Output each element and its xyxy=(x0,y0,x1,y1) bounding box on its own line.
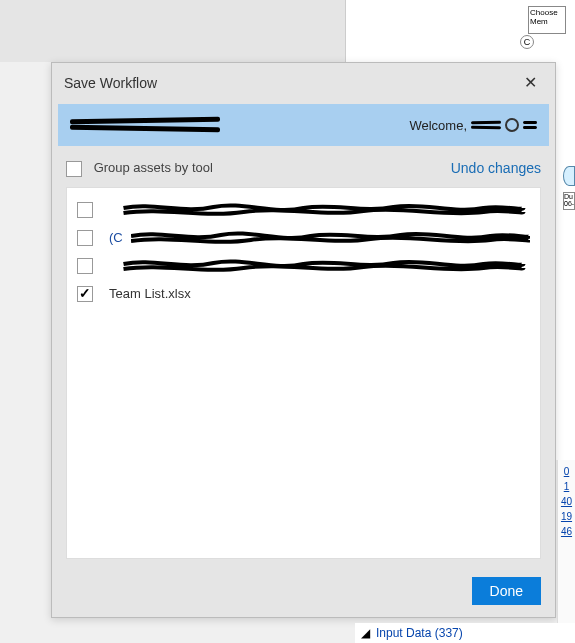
background-left-panel xyxy=(0,0,345,62)
group-by-tool-label[interactable]: Group assets by tool xyxy=(66,160,213,177)
canvas-node-box[interactable]: Choose Mem xyxy=(528,6,566,34)
dialog-titlebar: Save Workflow ✕ xyxy=(52,63,555,102)
asset-checkbox[interactable] xyxy=(77,258,93,274)
asset-checkbox[interactable] xyxy=(77,202,93,218)
asset-checkbox[interactable] xyxy=(77,286,93,302)
input-data-icon: ◢ xyxy=(361,626,370,640)
right-ruler-strip: 0 1 40 19 46 xyxy=(557,460,575,623)
welcome-label: Welcome, xyxy=(409,118,467,133)
bottom-status-strip: ◢ Input Data (337) xyxy=(355,623,575,643)
ruler-value: 1 xyxy=(564,481,570,492)
save-workflow-dialog: Save Workflow ✕ Welcome, Group assets by… xyxy=(51,62,556,618)
canvas-partial-box[interactable]: Du 06- xyxy=(563,192,575,210)
redacted-trailing xyxy=(523,118,537,132)
undo-changes-link[interactable]: Undo changes xyxy=(451,160,541,176)
ruler-value: 46 xyxy=(561,526,572,537)
list-item[interactable] xyxy=(77,252,530,280)
done-button[interactable]: Done xyxy=(472,577,541,605)
ruler-value: 40 xyxy=(561,496,572,507)
redacted-asset-path xyxy=(117,259,530,273)
group-by-tool-checkbox[interactable] xyxy=(66,161,82,177)
asset-list-panel: (C Team List.xlsx xyxy=(66,187,541,559)
redacted-org-name xyxy=(70,116,220,134)
input-data-link[interactable]: Input Data (337) xyxy=(376,626,463,640)
welcome-banner: Welcome, xyxy=(58,104,549,146)
group-by-tool-text: Group assets by tool xyxy=(94,160,213,175)
redacted-asset-path xyxy=(117,203,530,217)
redacted-asset-path xyxy=(131,231,530,245)
list-item[interactable] xyxy=(77,196,530,224)
close-button[interactable]: ✕ xyxy=(518,71,543,94)
list-item[interactable]: Team List.xlsx xyxy=(77,280,530,308)
ruler-value: 0 xyxy=(564,466,570,477)
welcome-right: Welcome, xyxy=(409,118,537,133)
asset-label: (C xyxy=(109,230,123,245)
canvas-tool-icon[interactable] xyxy=(563,166,575,186)
asset-checkbox[interactable] xyxy=(77,230,93,246)
options-row: Group assets by tool Undo changes xyxy=(52,154,555,183)
canvas-connector-node[interactable]: C xyxy=(520,35,534,49)
gear-icon[interactable] xyxy=(505,118,519,132)
ruler-value: 19 xyxy=(561,511,572,522)
close-icon: ✕ xyxy=(524,74,537,91)
dialog-button-row: Done xyxy=(52,569,555,617)
list-item[interactable]: (C xyxy=(77,224,530,252)
redacted-username xyxy=(471,118,501,132)
dialog-title: Save Workflow xyxy=(64,75,157,91)
asset-label: Team List.xlsx xyxy=(109,286,191,301)
